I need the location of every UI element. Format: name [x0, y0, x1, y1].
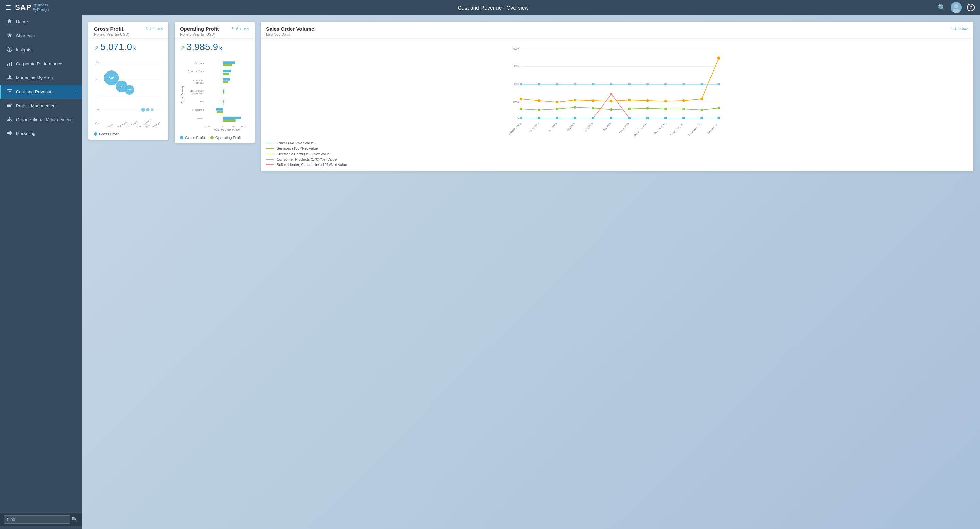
- search-icon[interactable]: 🔍: [938, 4, 945, 11]
- top-bar-left: ☰ SAP Business ByDesign: [5, 3, 49, 12]
- sidebar-item-insights[interactable]: Insights: [0, 43, 82, 57]
- svg-text:400k: 400k: [512, 47, 519, 50]
- sidebar-item-org[interactable]: Organizational Management: [0, 113, 82, 127]
- svg-point-110: [574, 83, 577, 86]
- sidebar: Home Shortcuts Insights Corporate Perfor…: [0, 15, 82, 529]
- sidebar-label-corporate: Corporate Performance: [16, 61, 76, 66]
- gross-profit-kpi-suffix: k: [134, 45, 136, 51]
- svg-point-118: [717, 83, 720, 86]
- svg-point-92: [682, 108, 685, 110]
- svg-point-142: [717, 117, 720, 120]
- sales-order-card: ↻ 1 hr. ago Sales Order Volume Last 365 …: [261, 22, 973, 171]
- legend-line-travel: [266, 143, 274, 143]
- project-icon: [6, 102, 13, 109]
- main-layout: Home Shortcuts Insights Corporate Perfor…: [0, 15, 980, 529]
- content-area: ↻ 3 hr. ago Gross Profit Rolling Year (i…: [82, 15, 980, 529]
- org-icon: [6, 116, 13, 123]
- svg-point-139: [664, 117, 667, 120]
- sidebar-label-org: Organizational Management: [16, 117, 76, 122]
- svg-text:2,311: 2,311: [108, 77, 115, 80]
- insights-icon: [6, 47, 13, 53]
- hamburger-menu-icon[interactable]: ☰: [5, 4, 11, 11]
- sidebar-item-managing[interactable]: Managing My Area: [0, 71, 82, 85]
- cards-row: ↻ 3 hr. ago Gross Profit Rolling Year (i…: [89, 22, 973, 171]
- sidebar-item-project[interactable]: Project Management: [0, 99, 82, 113]
- sales-order-title: Sales Order Volume: [266, 26, 968, 32]
- svg-text:May 2018: May 2018: [566, 122, 576, 132]
- sales-order-chart-area: 400k 300k 200k 100k 0: [261, 39, 973, 140]
- help-icon[interactable]: ?: [967, 4, 975, 11]
- svg-point-93: [700, 108, 703, 111]
- svg-text:-2.5k: -2.5k: [205, 125, 210, 127]
- sidebar-item-corporate[interactable]: Corporate Performance: [0, 57, 82, 71]
- svg-point-137: [628, 117, 631, 120]
- legend-dot-op-gross: [180, 136, 183, 139]
- svg-text:Consumer: Consumer: [193, 79, 204, 82]
- sidebar-label-project: Project Management: [16, 103, 76, 108]
- shortcuts-icon: [6, 33, 13, 39]
- sidebar-item-cost[interactable]: Cost and Revenue ›: [0, 85, 82, 99]
- svg-point-99: [592, 99, 595, 102]
- svg-point-113: [628, 83, 631, 86]
- svg-text:November 2018: November 2018: [670, 122, 684, 137]
- svg-point-124: [610, 93, 613, 96]
- svg-text:September 2018: September 2018: [633, 122, 648, 137]
- svg-point-107: [520, 83, 522, 86]
- gross-profit-chart-area: 3k 2k 1k 0 -1k: [89, 53, 169, 130]
- svg-point-136: [610, 117, 613, 120]
- legend-electronic: Electronic Parts (193)/Net Value: [266, 152, 968, 156]
- svg-text:Not assigned: Not assigned: [191, 108, 204, 111]
- operating-profit-card: ↻ 9 hr. ago Operating Profit Rolling Yea…: [175, 22, 255, 143]
- svg-text:200k: 200k: [512, 82, 519, 86]
- svg-rect-8: [8, 104, 11, 105]
- svg-point-90: [646, 107, 649, 110]
- bubble-chart-svg: 3k 2k 1k 0 -1k: [92, 56, 164, 127]
- svg-point-140: [682, 117, 685, 120]
- gross-profit-card: ↻ 3 hr. ago Gross Profit Rolling Year (i…: [89, 22, 169, 140]
- svg-rect-60: [223, 64, 232, 66]
- svg-point-88: [610, 108, 613, 111]
- home-icon: [6, 19, 13, 25]
- svg-text:Assemblies: Assemblies: [192, 92, 204, 95]
- svg-rect-68: [223, 103, 223, 105]
- svg-rect-63: [223, 78, 230, 81]
- gross-profit-refresh: ↻ 3 hr. ago: [146, 27, 163, 30]
- search-button[interactable]: 🔍: [72, 517, 78, 522]
- line-chart: 400k 300k 200k 100k 0: [265, 41, 969, 137]
- svg-rect-66: [223, 92, 224, 94]
- svg-point-0: [954, 4, 958, 8]
- legend-line-consumer: [266, 159, 274, 160]
- refresh-icon-so: ↻: [951, 27, 953, 30]
- svg-point-141: [700, 117, 703, 120]
- svg-point-102: [646, 99, 649, 102]
- svg-point-94: [717, 107, 720, 109]
- corporate-icon: [6, 61, 13, 67]
- svg-rect-11: [9, 117, 10, 118]
- search-input[interactable]: [4, 515, 70, 524]
- legend-line-boiler: [266, 164, 274, 165]
- line-chart-svg: 400k 300k 200k 100k 0: [265, 41, 969, 137]
- svg-point-112: [610, 83, 613, 86]
- gross-profit-legend: Gross Profit: [89, 130, 169, 140]
- sidebar-label-marketing: Marketing: [16, 131, 76, 136]
- svg-point-96: [538, 99, 540, 102]
- svg-text:0: 0: [517, 116, 519, 120]
- legend-dot-op-operating: [210, 136, 214, 139]
- operating-profit-subtitle: Rolling Year (in USD): [180, 32, 249, 37]
- sidebar-item-marketing[interactable]: Marketing: [0, 127, 82, 140]
- operating-profit-chart-area: Services Electronic Parts Consumer Produ…: [175, 53, 255, 134]
- svg-point-138: [646, 117, 649, 120]
- svg-point-89: [628, 108, 631, 110]
- sidebar-item-shortcuts[interactable]: Shortcuts: [0, 29, 82, 43]
- svg-text:0: 0: [97, 108, 99, 111]
- op-kpi-arrow-icon: ↗: [180, 45, 185, 51]
- svg-point-106: [717, 56, 721, 60]
- svg-text:February 2018: February 2018: [508, 122, 522, 135]
- svg-rect-71: [223, 117, 240, 119]
- legend-travel: Travel (140)/Net Value: [266, 141, 968, 145]
- sales-order-refresh: ↻ 1 hr. ago: [951, 27, 968, 30]
- sidebar-item-home[interactable]: Home: [0, 15, 82, 29]
- avatar[interactable]: [951, 2, 962, 13]
- svg-rect-64: [223, 81, 228, 83]
- svg-point-85: [556, 108, 558, 110]
